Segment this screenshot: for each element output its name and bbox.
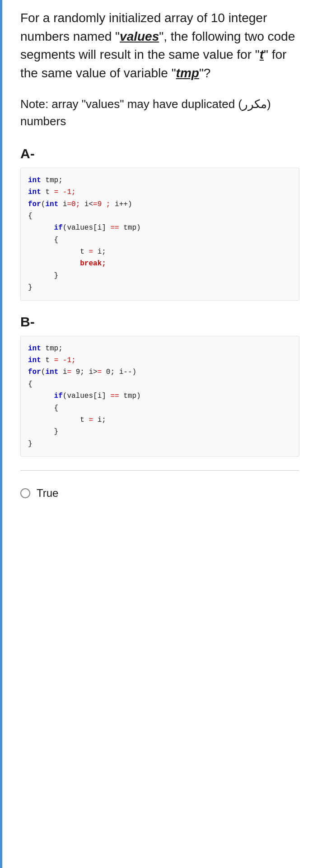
values-word: values [120,29,159,43]
tmp-word: tmp [176,66,199,80]
radio-true[interactable] [20,488,30,498]
section-b-label: B- [20,314,299,330]
note-text: Note: array "values" may have duplicated… [20,96,299,130]
section-a-label: A- [20,146,299,161]
section-a-code: int tmp; int t = -1; for(int i=0; i<=9 ;… [20,168,299,301]
answer-true-label: True [37,487,58,500]
question-text: For a randomly initialized array of 10 i… [20,9,299,82]
answer-divider [20,470,299,471]
page-container: For a randomly initialized array of 10 i… [0,0,313,868]
section-b-code: int tmp; int t = -1; for(int i= 9; i>= 0… [20,336,299,457]
t-word: t [260,47,264,61]
answer-true-option[interactable]: True [20,480,299,507]
